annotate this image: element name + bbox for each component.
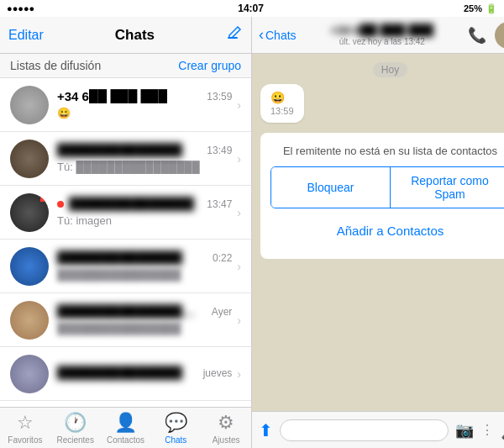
chat-name: ██████████████ xyxy=(69,197,194,211)
chevron-right-icon: › xyxy=(237,152,241,166)
chat-name-row: ██████████████████ Ayer xyxy=(57,304,232,319)
tab-ajustes-label: Ajustes xyxy=(213,435,240,445)
more-options-button[interactable]: ⋮ xyxy=(480,422,494,438)
contact-lastseen: últ. vez hoy a las 13:42 xyxy=(339,37,425,46)
chat-info: ██████████████████ Ayer ████████████████ xyxy=(57,304,232,335)
chat-name-row: +34 6██ ███ ███ 13:59 xyxy=(57,89,232,103)
tab-recientes[interactable]: 🕐 Recientes xyxy=(50,412,101,445)
chat-name: ██████████████ xyxy=(57,143,182,157)
chat-name-row: ██████████████ 13:47 xyxy=(57,197,232,211)
avatar xyxy=(10,193,49,232)
message-input[interactable] xyxy=(280,419,449,441)
broadcast-bar: Listas de difusión Crear grupo xyxy=(0,54,251,78)
chat-item[interactable]: ██████████████████ Ayer ████████████████… xyxy=(0,293,251,347)
tab-contactos-label: Contactos xyxy=(107,435,144,445)
chat-info: +34 6██ ███ ███ 13:59 😀 xyxy=(57,89,232,120)
chat-name: +34 6██ ███ ███ xyxy=(57,89,167,103)
tab-favoritos-label: Favoritos xyxy=(8,435,42,445)
left-panel: Editar Chats Listas de difusión Crear gr… xyxy=(0,17,252,448)
broadcast-label: Listas de difusión xyxy=(10,59,101,72)
back-button[interactable]: ‹ Chats xyxy=(259,26,297,44)
chats-title: Chats xyxy=(115,27,155,44)
chat-time: jueves xyxy=(203,367,233,379)
chevron-right-icon: › xyxy=(237,206,241,219)
status-bar: ●●●●● 14:07 25% 🔋 xyxy=(0,0,504,17)
call-button[interactable]: 📞 xyxy=(468,26,486,45)
nav-right-icons: 📞 xyxy=(468,22,504,49)
chat-icon: 💬 xyxy=(165,412,187,434)
contact-avatar-small[interactable] xyxy=(495,22,504,49)
chat-name-row: ██████████████ jueves xyxy=(57,366,232,380)
chat-time: 13:49 xyxy=(207,145,232,156)
upload-button[interactable]: ⬆ xyxy=(259,420,273,440)
status-time: 14:07 xyxy=(238,3,264,14)
chat-time: 13:59 xyxy=(207,91,232,103)
status-left: ●●●●● xyxy=(7,3,38,13)
battery-pct: 25% xyxy=(464,3,482,13)
contact-name: +34 6██ ███ ███ xyxy=(331,24,434,37)
chat-item[interactable]: ██████████████ jueves › xyxy=(0,347,251,401)
tab-favoritos[interactable]: ☆ Favoritos xyxy=(0,412,50,445)
chat-area: Hoy 😀 13:59 El remitente no está en su l… xyxy=(252,54,504,411)
message-bubble: 😀 13:59 xyxy=(260,84,304,123)
chat-name-row: ██████████████ 13:49 xyxy=(57,143,232,157)
tab-recientes-label: Recientes xyxy=(56,435,93,445)
create-group-button[interactable]: Crear grupo xyxy=(178,59,241,72)
unread-indicator xyxy=(57,201,64,208)
day-badge: Hoy xyxy=(373,62,407,77)
chat-info: ██████████████ 13:49 Tú: ███████████████… xyxy=(57,143,232,174)
action-buttons: Bloquear Reportar como Spam xyxy=(270,166,504,208)
chat-item[interactable]: ██████████████ 0:22 ████████████████ › xyxy=(0,240,251,293)
right-panel: ‹ Chats +34 6██ ███ ███ últ. vez hoy a l… xyxy=(252,17,504,448)
chat-preview: ████████████████ xyxy=(57,268,181,281)
avatar xyxy=(10,140,49,178)
chat-info: ██████████████ 0:22 ████████████████ xyxy=(57,250,232,282)
contact-info: +34 6██ ███ ███ últ. vez hoy a las 13:42 xyxy=(302,24,463,46)
chat-list: +34 6██ ███ ███ 13:59 😀 › ██████████████… xyxy=(0,78,251,407)
compose-button[interactable] xyxy=(226,24,243,45)
battery-icon: 🔋 xyxy=(486,3,497,14)
tab-chats[interactable]: 💬 Chats xyxy=(150,412,201,445)
chat-preview: ████████████████ xyxy=(57,322,181,335)
camera-button[interactable]: 📷 xyxy=(455,421,474,440)
star-icon: ☆ xyxy=(17,412,34,434)
signal-dots: ●●●●● xyxy=(7,3,34,13)
avatar xyxy=(10,86,49,124)
input-bar: ⬆ 📷 ⋮ 🎤 xyxy=(252,411,504,448)
chat-time: Ayer xyxy=(212,306,232,318)
chevron-left-icon: ‹ xyxy=(259,26,264,44)
block-button[interactable]: Bloquear xyxy=(271,167,391,208)
gear-icon: ⚙ xyxy=(218,412,234,434)
chat-item[interactable]: ██████████████ 13:49 Tú: ███████████████… xyxy=(0,132,251,186)
chat-item[interactable]: ██████████████ 13:47 Tú: imagen › xyxy=(0,186,251,240)
tab-bar: ☆ Favoritos 🕐 Recientes 👤 Contactos 💬 Ch… xyxy=(0,407,251,448)
edit-button[interactable]: Editar xyxy=(8,28,44,43)
avatar xyxy=(10,355,49,393)
chevron-right-icon: › xyxy=(237,314,241,327)
avatar xyxy=(10,247,49,286)
main-area: Editar Chats Listas de difusión Crear gr… xyxy=(0,17,504,448)
status-right: 25% 🔋 xyxy=(464,3,497,14)
chat-name: ██████████████ xyxy=(57,366,182,380)
avatar xyxy=(10,301,49,340)
tab-contactos[interactable]: 👤 Contactos xyxy=(101,412,151,445)
unknown-sender-warning: El remitente no está en su lista de cont… xyxy=(260,133,504,259)
nav-bar-left: Editar Chats xyxy=(0,17,251,54)
chat-time: 13:47 xyxy=(207,198,232,210)
chat-item[interactable]: +34 6██ ███ ███ 13:59 😀 › xyxy=(0,78,251,132)
nav-bar-right: ‹ Chats +34 6██ ███ ███ últ. vez hoy a l… xyxy=(252,17,504,54)
message-emoji: 😀 xyxy=(270,91,285,104)
microphone-button[interactable]: 🎤 xyxy=(501,420,504,440)
unknown-sender-text: El remitente no está en su lista de cont… xyxy=(270,143,504,160)
tab-ajustes[interactable]: ⚙ Ajustes xyxy=(201,412,251,445)
add-contact-button[interactable]: Añadir a Contactos xyxy=(270,213,504,250)
tab-chats-label: Chats xyxy=(165,435,186,445)
chat-info: ██████████████ jueves xyxy=(57,366,232,382)
chat-preview: Tú: imagen xyxy=(57,214,112,227)
report-spam-button[interactable]: Reportar como Spam xyxy=(391,167,504,208)
chat-preview: 😀 xyxy=(57,107,71,119)
message-time: 13:59 xyxy=(270,106,294,116)
person-icon: 👤 xyxy=(114,412,137,434)
chevron-right-icon: › xyxy=(237,98,241,112)
chevron-right-icon: › xyxy=(237,260,241,273)
